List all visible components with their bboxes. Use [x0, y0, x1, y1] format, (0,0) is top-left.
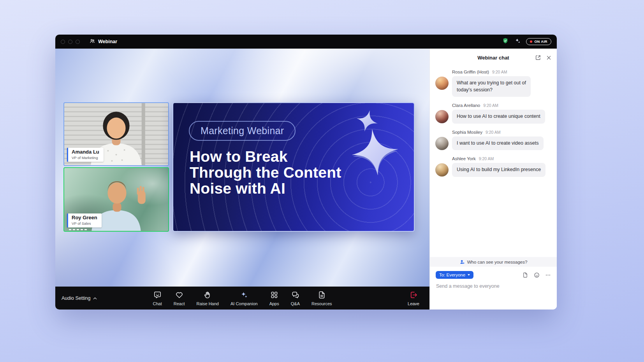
apps-button[interactable]: Apps [269, 290, 279, 306]
on-air-dot [530, 40, 532, 43]
resources-icon [317, 290, 326, 300]
tool-label: Resources [311, 301, 332, 306]
video-stage: Amanda Lu VP of Marketing [55, 49, 429, 287]
avatar [435, 137, 449, 150]
video-tile-roy[interactable]: Roy Green VP of Sales [63, 167, 169, 232]
window-minimize-button[interactable] [68, 40, 72, 44]
message-bubble: What are you trying to get out of today'… [452, 76, 531, 97]
raise-hand-button[interactable]: Raise Hand [196, 290, 218, 306]
participant-role: VP of Marketing [72, 156, 99, 160]
slide-badge: Marketing Webinar [189, 121, 296, 141]
participant-nametag: Amanda Lu VP of Marketing [67, 148, 104, 162]
on-air-badge: ON AIR [526, 38, 551, 45]
privacy-note-text: Who can see your messages? [467, 260, 528, 264]
chat-message: Sophia Mosiley 9:20 AM I want to use AI … [435, 130, 551, 150]
participant-role: VP of Sales [72, 221, 97, 226]
leave-button[interactable]: Leave [408, 290, 423, 306]
message-time: 9:20 AM [483, 103, 498, 108]
apps-icon [270, 290, 279, 300]
message-bubble: I want to use AI to create video assets [452, 136, 544, 150]
chat-message-list: Rosa Griffin (Host) 9:20 AM What are you… [430, 66, 557, 257]
window-controls [61, 40, 80, 44]
participant-nametag: Roy Green VP of Sales [67, 213, 102, 227]
chat-button[interactable]: Chat [153, 290, 162, 306]
chat-message-input[interactable] [436, 283, 545, 289]
chat-message: Rosa Griffin (Host) 9:20 AM What are you… [435, 70, 551, 97]
titlebar-status-area: ON AIR [502, 37, 551, 46]
raise-hand-icon [203, 290, 212, 300]
chat-header: Webinar chat [430, 49, 557, 66]
window-close-button[interactable] [61, 40, 65, 44]
qa-icon [291, 290, 300, 300]
heart-icon [175, 290, 184, 300]
ai-companion-button[interactable]: AI Companion [231, 290, 258, 306]
tool-label: React [174, 301, 185, 306]
message-author: Sophia Mosiley [452, 130, 482, 135]
desktop-background: Webinar [0, 0, 644, 362]
window-titlebar: Webinar [55, 35, 557, 49]
audio-setting-label: Audio Setting [62, 296, 90, 301]
popout-icon[interactable] [535, 54, 541, 61]
qa-button[interactable]: Q&A [291, 290, 300, 306]
chat-panel: Webinar chat [429, 49, 557, 310]
window-maximize-button[interactable] [76, 40, 80, 44]
recipient-label: To: Everyone [439, 273, 465, 277]
audio-setting-button[interactable]: Audio Setting [62, 296, 97, 301]
tool-label: Raise Hand [196, 301, 218, 306]
shield-check-icon[interactable] [502, 37, 509, 46]
avatar [435, 163, 449, 177]
avatar [435, 110, 449, 123]
message-time: 9:20 AM [486, 130, 501, 135]
participant-name: Amanda Lu [72, 149, 99, 155]
meeting-toolbar: Audio Setting [55, 287, 429, 310]
chat-panel-title: Webinar chat [477, 55, 509, 61]
leave-door-icon [409, 290, 418, 300]
tool-label: AI Companion [231, 301, 258, 306]
window-title-group: Webinar [89, 38, 117, 45]
compose-toolbar: To: Everyone [430, 267, 557, 280]
toolbar-center-group: Chat React [153, 290, 332, 306]
tool-label: Q&A [291, 301, 300, 306]
tool-label: Chat [153, 301, 162, 306]
raised-hand [137, 186, 146, 204]
on-air-label: ON AIR [534, 40, 547, 44]
ai-sparkle-icon [239, 290, 248, 300]
message-visibility-info[interactable]: Who can see your messages? [430, 257, 557, 267]
chevron-down-icon [468, 274, 470, 276]
chevron-up-icon [93, 296, 97, 301]
message-time: 9:20 AM [479, 156, 494, 161]
message-author: Ashlee York [452, 156, 476, 161]
video-tile-amanda[interactable]: Amanda Lu VP of Marketing [63, 102, 169, 166]
more-options-icon[interactable] [545, 272, 551, 278]
chat-message: Ashlee York 9:20 AM Using AI to build my… [435, 156, 551, 177]
message-bubble: How to use AI to create unique content [452, 110, 545, 124]
chat-footer: Who can see your messages? To: Everyone [430, 257, 557, 310]
resources-button[interactable]: Resources [311, 290, 332, 306]
person-info-icon [459, 259, 465, 265]
message-author: Clara Arellano [452, 103, 480, 108]
avatar [435, 77, 449, 90]
emoji-icon[interactable] [534, 272, 540, 278]
message-author: Rosa Griffin (Host) [452, 70, 489, 74]
close-icon[interactable] [546, 55, 552, 61]
leave-label: Leave [408, 301, 419, 306]
chat-icon [153, 290, 162, 300]
slide-title: How to Break Through the Content Noise w… [190, 149, 341, 197]
compose-area-spacer [430, 289, 557, 310]
window-title: Webinar [98, 39, 117, 44]
file-icon[interactable] [523, 272, 528, 278]
presentation-slide: Marketing Webinar How to Break Through t… [172, 102, 415, 232]
audio-level-indicator [69, 229, 88, 230]
message-time: 9:20 AM [492, 70, 507, 74]
webinar-window: Webinar [55, 35, 557, 310]
main-area: Amanda Lu VP of Marketing [55, 49, 429, 310]
recipient-selector[interactable]: To: Everyone [436, 271, 473, 279]
tool-label: Apps [269, 301, 279, 306]
star-decoration [349, 126, 401, 178]
participants-icon [89, 38, 95, 45]
message-bubble: Using AI to build my LinkedIn presence [452, 163, 545, 177]
chat-message: Clara Arellano 9:20 AM How to use AI to … [435, 103, 551, 124]
sparkle-icon[interactable] [514, 37, 521, 46]
participant-name: Roy Green [72, 215, 97, 221]
react-button[interactable]: React [174, 290, 185, 306]
